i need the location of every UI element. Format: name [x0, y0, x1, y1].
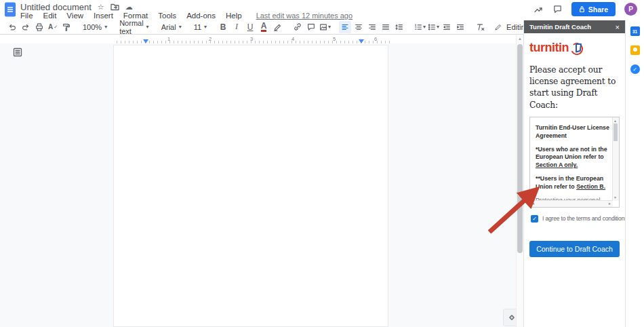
menu-help[interactable]: Help — [226, 12, 242, 20]
keep-icon[interactable] — [630, 45, 640, 55]
toolbar: A✓ 100%▾ Normal text▾ Arial▾ 11▾ B I U A — [0, 20, 523, 35]
line-spacing-icon[interactable] — [393, 21, 405, 33]
zoom-select[interactable]: 100%▾ — [80, 23, 110, 31]
ruler-number: 3 — [250, 36, 253, 42]
scroll-right-icon[interactable]: ► — [608, 201, 611, 206]
font-select[interactable]: Arial▾ — [159, 23, 184, 31]
bulleted-list-icon[interactable]: ▾ — [427, 21, 439, 33]
ruler-number: 5 — [333, 36, 336, 42]
align-center-icon[interactable] — [353, 21, 365, 33]
google-side-panel-strip: 31 ✓ — [625, 20, 644, 327]
font-size-select[interactable]: 11▾ — [191, 23, 209, 31]
turnitin-logo-text: turnitin — [529, 41, 569, 54]
document-page[interactable] — [113, 45, 388, 327]
activity-icon[interactable] — [533, 4, 544, 15]
turnitin-logo: turnitin — [529, 41, 620, 56]
undo-icon[interactable] — [6, 21, 18, 33]
turnitin-draft-coach-panel: Turnitin Draft Coach × turnitin Please a… — [523, 20, 625, 327]
ruler-number: 4 — [291, 36, 294, 42]
caret-icon: ▾ — [179, 24, 182, 30]
align-left-icon[interactable] — [339, 21, 351, 33]
turnitin-logo-glyph-icon — [569, 41, 586, 56]
bold-button[interactable]: B — [217, 21, 229, 33]
license-title: Turnitin End-User License Agreement — [536, 124, 609, 140]
agree-checkbox-row: ✓ I agree to the terms and conditions — [529, 215, 620, 223]
scroll-left-icon[interactable]: ◄ — [531, 201, 535, 206]
license-vertical-scrollbar[interactable]: ▲ ▼ — [612, 117, 619, 201]
license-agreement-box[interactable]: Turnitin End-User License Agreement *Use… — [529, 117, 620, 208]
insert-link-icon[interactable] — [291, 21, 304, 33]
share-button[interactable]: Share — [571, 2, 616, 16]
license-prompt-heading: Please accept our license agreement to s… — [529, 64, 620, 111]
spellcheck-icon[interactable]: A✓ — [47, 21, 59, 33]
clear-formatting-icon[interactable] — [475, 21, 487, 33]
caret-icon: ▾ — [328, 24, 331, 30]
show-outline-icon[interactable] — [12, 47, 23, 58]
license-paragraph: *Users who are not in the European Union… — [536, 146, 609, 170]
menu-bar: File Edit View Insert Format Tools Add-o… — [20, 12, 353, 20]
account-avatar[interactable]: P — [624, 3, 637, 16]
scrollbar-thumb[interactable] — [613, 123, 618, 141]
calendar-icon[interactable]: 31 — [630, 26, 640, 36]
ruler-number: 1 — [167, 36, 170, 42]
close-icon[interactable]: × — [616, 23, 620, 31]
caret-icon: ▾ — [423, 24, 426, 30]
underline-button[interactable]: U — [244, 21, 256, 33]
section-a-link[interactable]: Section A only. — [536, 161, 578, 168]
numbered-list-icon[interactable]: ▾ — [414, 21, 426, 33]
share-label: Share — [588, 5, 608, 14]
agree-checkbox-label[interactable]: I agree to the terms and conditions — [542, 215, 627, 222]
move-folder-icon[interactable] — [110, 3, 119, 11]
ruler-number: 6 — [374, 36, 377, 42]
document-title-row: Untitled document ☆ ☁ — [20, 2, 133, 12]
menu-tools[interactable]: Tools — [158, 12, 176, 20]
scroll-up-icon[interactable]: ▲ — [613, 119, 617, 123]
italic-button[interactable]: I — [230, 21, 243, 33]
cloud-status-icon[interactable]: ☁ — [125, 3, 133, 11]
decrease-indent-icon[interactable] — [441, 21, 453, 33]
menu-insert[interactable]: Insert — [94, 12, 113, 20]
scrollbar-thumb[interactable] — [517, 44, 523, 253]
license-horizontal-scrollbar[interactable]: ◄ ► — [530, 200, 613, 207]
paint-format-icon[interactable] — [60, 21, 73, 33]
docs-logo-icon[interactable] — [4, 2, 16, 17]
scroll-down-icon[interactable]: ▼ — [613, 195, 617, 199]
license-paragraph: **Users in the European Union refer to S… — [536, 175, 609, 191]
caret-icon: ▾ — [437, 24, 439, 30]
google-docs-window: Untitled document ☆ ☁ File Edit View Ins… — [0, 0, 644, 327]
menu-file[interactable]: File — [20, 12, 33, 20]
header-actions: Share P — [533, 2, 637, 16]
last-edit-link[interactable]: Last edit was 12 minutes ago — [256, 12, 353, 20]
document-title[interactable]: Untitled document — [20, 2, 92, 12]
increase-indent-icon[interactable] — [454, 21, 466, 33]
panel-body: turnitin Please accept our license agree… — [524, 33, 625, 257]
caret-icon: ▾ — [104, 24, 107, 30]
app-header: Untitled document ☆ ☁ File Edit View Ins… — [0, 0, 644, 20]
paragraph-style-select[interactable]: Normal text▾ — [117, 19, 151, 35]
menu-view[interactable]: View — [66, 12, 83, 20]
caret-icon: ▾ — [146, 24, 149, 30]
insert-comment-icon[interactable] — [305, 21, 317, 33]
print-icon[interactable] — [33, 21, 45, 33]
menu-edit[interactable]: Edit — [43, 12, 57, 20]
ruler-number: 2 — [209, 36, 212, 42]
license-text: Turnitin End-User License Agreement *Use… — [530, 117, 619, 208]
panel-title: Turnitin Draft Coach — [529, 23, 591, 31]
highlight-color-icon[interactable] — [271, 21, 283, 33]
caret-icon: ▾ — [204, 24, 207, 30]
align-right-icon[interactable] — [366, 21, 378, 33]
insert-image-icon[interactable]: ▾ — [319, 21, 331, 33]
panel-header: Turnitin Draft Coach × — [524, 20, 625, 33]
star-icon[interactable]: ☆ — [98, 3, 104, 11]
tasks-icon[interactable]: ✓ — [630, 64, 640, 74]
align-justify-icon[interactable] — [380, 21, 392, 33]
section-b-link[interactable]: Section B. — [576, 183, 605, 190]
menu-addons[interactable]: Add-ons — [186, 12, 216, 20]
text-color-button[interactable]: A — [258, 21, 270, 33]
scroll-up-icon[interactable]: ▲ — [518, 37, 522, 41]
document-scrollbar[interactable]: ▲ — [516, 35, 523, 327]
comment-history-icon[interactable] — [552, 4, 563, 14]
agree-checkbox[interactable]: ✓ — [531, 215, 538, 223]
continue-button[interactable]: Continue to Draft Coach — [529, 241, 620, 257]
redo-icon[interactable] — [20, 21, 32, 33]
